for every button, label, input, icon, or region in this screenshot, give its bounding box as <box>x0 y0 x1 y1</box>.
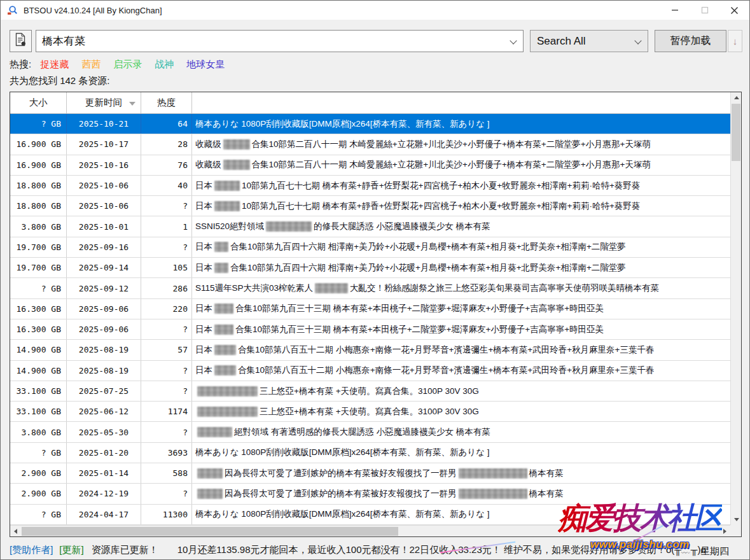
horizontal-scrollbar-thumb[interactable] <box>22 527 398 536</box>
size-cell: 14.900 GB <box>10 340 67 360</box>
search-input-value: 橋本有菜 <box>42 34 85 48</box>
censored-blur <box>214 201 240 211</box>
scroll-down-arrow-icon[interactable] <box>731 514 742 525</box>
scroll-left-arrow-icon[interactable] <box>10 526 21 536</box>
size-cell: ? GB <box>10 278 67 298</box>
table-row[interactable]: ? GB2025-09-12286S115週年SP大共演03榨乾素人大亂交！粉絲… <box>10 278 730 298</box>
column-header-heat[interactable]: 热度 <box>141 92 192 113</box>
update-link[interactable]: [更新] <box>59 544 83 556</box>
load-more-button: ↓ <box>728 30 742 52</box>
watermark-text: 痴爱技术社区 <box>558 498 722 538</box>
sponsor-author-link[interactable]: [赞助作者] <box>10 544 53 556</box>
date-cell: 2025-08-19 <box>67 340 141 360</box>
size-cell: 16.300 GB <box>10 299 67 319</box>
heat-cell: ? <box>141 196 192 216</box>
size-cell: 16.300 GB <box>10 319 67 339</box>
title-cell: 橋本ありな 1080P刮削收藏版[DMM原档]x264[桥本有菜、新有菜、新あり… <box>192 114 730 134</box>
heat-cell: ? <box>141 237 192 257</box>
table-row[interactable]: 16.900 GB2025-10-1728收藏级合集10部第二百八十一期 木崎愛… <box>10 134 730 155</box>
vertical-scrollbar[interactable] <box>730 92 741 525</box>
size-cell: 14.900 GB <box>10 361 67 381</box>
title-cell: 日本合集10部第九百三十三期 橋本有菜+本田桃子+二階堂夢+堀澤麻友+小野優子+… <box>192 299 730 319</box>
date-cell: 2025-01-14 <box>67 463 141 483</box>
title-cell: 日本合集10部第八百五十二期 小梅惠奈+南條一花+月野琴音+濱邊彌生+橋本有菜+… <box>192 361 730 381</box>
table-row[interactable]: 2.900 GB2025-01-14588 因為長得太可愛了遭到嫉妒的橋本有菜被… <box>10 463 730 484</box>
date-cell: 2025-10-06 <box>67 196 141 216</box>
table-body: ? GB2025-10-2164橋本ありな 1080P刮削收藏版[DMM原档]x… <box>10 114 730 525</box>
title-cell: 絕對領域 有著透明感的修長大腿誘惑 小惡魔過膝襪美少女 橋本有菜 <box>192 422 730 442</box>
size-cell: 19.700 GB <box>10 237 67 257</box>
table-row[interactable]: 16.300 GB2025-09-06220日本合集10部第九百三十三期 橋本有… <box>10 299 730 319</box>
engine-select-value: Search All <box>537 35 586 48</box>
column-header-heat-label: 热度 <box>157 97 176 109</box>
minimize-button[interactable] <box>660 1 690 20</box>
hot-search-link[interactable]: 茜茜 <box>81 59 101 69</box>
scrollbar-corner <box>730 525 741 536</box>
table-row[interactable]: 14.900 GB2025-08-19?日本合集10部第八百五十二期 小梅惠奈+… <box>10 361 730 381</box>
heat-cell: 588 <box>141 463 192 483</box>
date-cell: 2025-10-21 <box>67 114 141 134</box>
censored-blur <box>266 221 312 232</box>
result-count-text: 共为您找到 142 条资源: <box>10 75 110 87</box>
document-gear-icon <box>14 32 27 50</box>
censored-blur <box>214 325 233 335</box>
hot-search-link[interactable]: 地球女皇 <box>186 59 225 69</box>
app-window: { "window": { "title": "BTSOU v24.10.24 … <box>0 0 750 560</box>
censored-blur <box>315 283 348 293</box>
size-cell: 3.800 GB <box>10 422 67 442</box>
column-header-size[interactable]: 大小 <box>10 92 67 113</box>
heat-cell: ? <box>141 319 192 339</box>
censored-blur <box>459 468 527 479</box>
table-row[interactable]: 16.300 GB2025-09-06?日本合集10部第九百三十三期 橋本有菜+… <box>10 319 730 340</box>
pause-loading-label: 暂停加载 <box>670 34 711 48</box>
table-row[interactable]: 19.700 GB2025-09-16?日本合集10部第九百四十六期 相澤南+美… <box>10 237 730 258</box>
date-cell: 2025-09-06 <box>67 299 141 319</box>
search-settings-button[interactable] <box>10 30 32 52</box>
title-cell: S115週年SP大共演03榨乾素人大亂交！粉絲感謝祭之旅三上悠亞彩美旬果葵司吉高… <box>192 278 730 298</box>
censored-blur <box>197 386 258 396</box>
table-row[interactable]: 16.900 GB2025-10-1676收藏级合集10部第二百八十一期 木崎愛… <box>10 155 730 176</box>
column-header-title[interactable] <box>192 92 730 113</box>
table-row[interactable]: 19.700 GB2025-09-14105日本合集10部第九百四十六期 相澤南… <box>10 258 730 278</box>
table-row[interactable]: 18.800 GB2025-10-06?日本10部第九百七十七期 橋本有菜+靜香… <box>10 196 730 216</box>
pause-loading-button[interactable]: 暂停加载 <box>655 30 726 52</box>
table-row[interactable]: 33.100 GB2025-06-121174 三上悠亞+橋本有菜 +天使萌。寫… <box>10 402 730 422</box>
size-cell: 16.900 GB <box>10 134 67 154</box>
title-cell: 三上悠亞+橋本有菜 +天使萌。寫真合集。3100P 30V 30G <box>192 381 730 401</box>
date-cell: 2025-01-20 <box>67 443 141 463</box>
chevron-down-icon[interactable] <box>634 37 641 44</box>
scroll-up-arrow-icon[interactable] <box>731 92 742 103</box>
weekday-text: 星期四 <box>700 545 729 557</box>
censored-blur <box>197 407 258 417</box>
hot-search-link[interactable]: 启示录 <box>113 59 142 69</box>
vertical-scrollbar-thumb[interactable] <box>732 104 740 161</box>
table-row[interactable]: ? GB2025-10-2164橋本ありな 1080P刮削收藏版[DMM原档]x… <box>10 114 730 134</box>
column-header-date-label: 更新时间 <box>85 97 122 109</box>
heat-cell: ? <box>141 361 192 381</box>
censored-blur <box>214 365 236 375</box>
table-row[interactable]: 3.800 GB2025-10-011SSNI520絕對領域 的修長大腿誘惑 小… <box>10 216 730 237</box>
size-cell: 33.100 GB <box>10 402 67 421</box>
hot-search-link[interactable]: 捉迷藏 <box>40 59 69 69</box>
table-row[interactable]: ? GB2025-01-203693橋本ありな 1080P刮削收藏版[DMM原档… <box>10 443 730 463</box>
watermark-url: www.paijishu.com <box>590 538 690 551</box>
chevron-down-icon[interactable] <box>510 37 517 44</box>
close-button[interactable] <box>719 1 749 20</box>
engine-select[interactable]: Search All <box>530 30 648 52</box>
title-cell: SSNI520絕對領域 的修長大腿誘惑 小惡魔過膝襪美少女 橋本有菜 <box>192 216 730 236</box>
search-input[interactable]: 橋本有菜 <box>36 30 524 52</box>
table-row[interactable]: 18.800 GB2025-10-0640日本10部第九百七十七期 橋本有菜+靜… <box>10 176 730 196</box>
title-cell: 三上悠亞+橋本有菜 +天使萌。寫真合集。3100P 30V 30G <box>192 402 730 421</box>
table-row[interactable]: 33.100 GB2025-07-25? 三上悠亞+橋本有菜 +天使萌。寫真合集… <box>10 381 730 402</box>
title-cell: 日本合集10部第八百五十二期 小梅惠奈+南條一花+月野琴音+濱邊彌生+橋本有菜+… <box>192 340 730 360</box>
app-logo-magnifier-icon <box>7 5 18 16</box>
table-row[interactable]: 14.900 GB2025-08-1957日本合集10部第八百五十二期 小梅惠奈… <box>10 340 730 360</box>
size-cell: ? GB <box>10 443 67 463</box>
column-header-date[interactable]: 更新时间 <box>67 92 141 113</box>
table-row[interactable]: 3.800 GB2025-05-30?絕對領域 有著透明感的修長大腿誘惑 小惡魔… <box>10 422 730 442</box>
hot-search-label: 热搜: <box>10 59 31 71</box>
hot-search-link[interactable]: 战神 <box>155 59 174 69</box>
censored-blur <box>214 304 233 314</box>
hot-search-bar: 热搜: 捉迷藏茜茜启示录战神地球女皇 <box>10 59 237 71</box>
heat-cell: ? <box>141 422 192 442</box>
